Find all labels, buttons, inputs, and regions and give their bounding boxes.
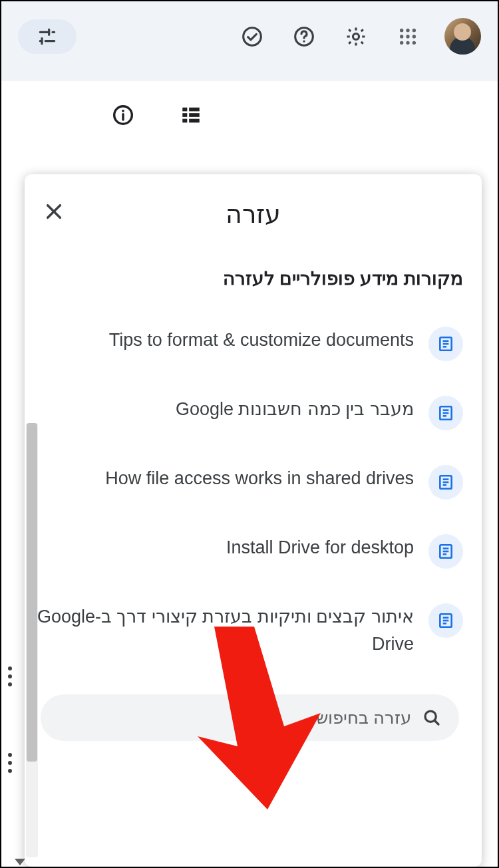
avatar[interactable] [444,18,481,55]
svg-rect-22 [182,108,187,112]
scrollbar-track[interactable] [26,423,38,857]
svg-rect-25 [189,113,200,117]
tune-button[interactable] [18,19,77,54]
help-panel: עזרה מקורות מידע פופולריים לעזרה Tips to… [25,174,482,867]
help-body[interactable]: מקורות מידע פופולריים לעזרה Tips to form… [25,245,482,867]
article-icon [428,465,463,500]
help-item-label: How file access works in shared drives [37,465,414,492]
svg-point-11 [303,40,305,42]
help-item-label: איתור קבצים ותיקיות בעזרת קיצורי דרך ב-G… [37,603,414,657]
svg-point-9 [353,33,359,39]
help-item[interactable]: איתור קבצים ותיקיות בעזרת קיצורי דרך ב-G… [37,586,463,674]
apps-icon[interactable] [393,21,423,52]
scrollbar-thumb[interactable] [27,423,37,762]
svg-rect-27 [189,119,200,123]
svg-point-21 [122,110,124,112]
help-item-label: Install Drive for desktop [37,534,414,561]
help-title: עזרה [226,200,281,229]
help-item[interactable]: Install Drive for desktop [37,517,463,586]
offline-ready-icon[interactable] [237,21,267,52]
svg-point-0 [400,28,403,31]
more-icon[interactable] [8,753,12,773]
svg-point-8 [413,41,416,44]
search-icon [422,708,442,728]
article-icon [428,534,463,569]
svg-point-2 [413,28,416,31]
help-item-label: מעבר בין כמה חשבונות Google [37,396,414,423]
article-icon [428,603,463,638]
help-icon[interactable] [289,21,319,52]
view-list-icon[interactable] [176,100,206,130]
help-search[interactable] [41,694,459,741]
help-item[interactable]: מעבר בין כמה חשבונות Google [37,378,463,448]
svg-point-7 [406,41,409,44]
help-search-input[interactable] [58,708,411,728]
svg-rect-24 [182,113,187,117]
svg-point-3 [400,35,403,38]
scroll-down-icon[interactable] [15,859,25,865]
top-bar [1,1,498,71]
article-icon [428,396,463,430]
help-item[interactable]: How file access works in shared drives [37,448,463,517]
svg-rect-23 [189,108,200,112]
svg-point-5 [413,35,416,38]
overflow-column [8,666,12,773]
gear-icon[interactable] [341,21,371,52]
article-icon [428,327,463,361]
svg-point-6 [400,41,403,44]
more-icon[interactable] [8,666,12,686]
svg-rect-26 [182,119,187,123]
help-section-heading: מקורות מידע פופולריים לעזרה [37,267,463,289]
info-icon[interactable] [108,100,138,130]
close-icon[interactable] [38,196,70,227]
help-header: עזרה [25,174,482,245]
svg-line-51 [434,720,438,724]
svg-point-12 [244,27,261,45]
svg-point-1 [406,28,409,31]
help-item[interactable]: Tips to format & customize documents [37,309,463,378]
help-item-label: Tips to format & customize documents [37,327,414,354]
svg-point-4 [406,35,409,38]
